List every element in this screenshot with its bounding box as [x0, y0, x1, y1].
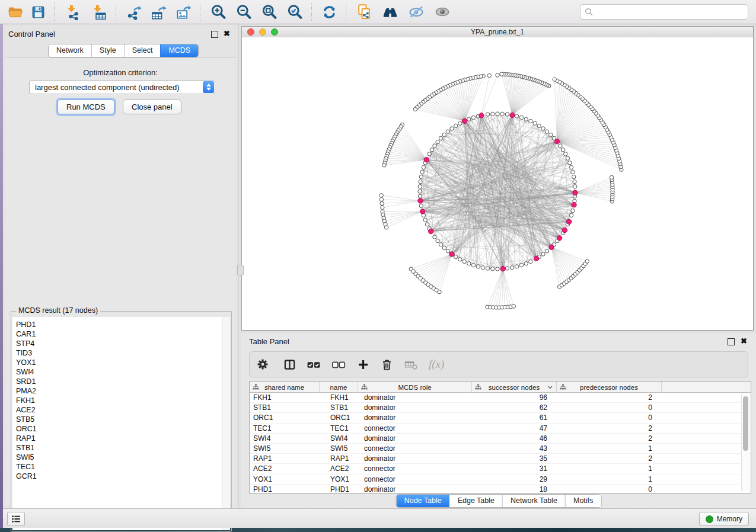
- table-cell-successors[interactable]: 62: [472, 403, 557, 412]
- preview-button[interactable]: [429, 1, 455, 23]
- table-row[interactable]: SWI5SWI5connector431: [250, 444, 751, 454]
- tab-edge-table[interactable]: Edge Table: [449, 495, 502, 507]
- graph-node[interactable]: [446, 130, 449, 133]
- graph-leaf-node[interactable]: [496, 73, 499, 77]
- graph-node[interactable]: [559, 144, 562, 148]
- show-columns-button[interactable]: [283, 358, 296, 371]
- graph-node[interactable]: [486, 113, 489, 116]
- graph-node[interactable]: [442, 133, 446, 136]
- tab-select[interactable]: Select: [124, 44, 161, 57]
- table-scrollbar[interactable]: [741, 394, 749, 491]
- graph-node[interactable]: [428, 152, 431, 156]
- zoom-fit-button[interactable]: [256, 1, 282, 23]
- table-cell-predecessors[interactable]: 0: [557, 403, 662, 412]
- table-cell-role[interactable]: connector: [358, 444, 472, 453]
- table-cell-name[interactable]: RAP1: [320, 454, 358, 463]
- graph-node[interactable]: [496, 112, 499, 116]
- graph-node[interactable]: [515, 114, 518, 118]
- search-network-button[interactable]: [377, 1, 403, 23]
- table-row[interactable]: YOX1YOX1connector291: [250, 475, 751, 485]
- table-cell-role[interactable]: dominator: [358, 454, 472, 463]
- export-table-button[interactable]: [146, 1, 171, 23]
- table-cell-name[interactable]: YOX1: [320, 475, 358, 484]
- import-network-button[interactable]: [59, 1, 85, 23]
- graph-node[interactable]: [423, 218, 427, 222]
- table-cell-name[interactable]: FKH1: [320, 393, 358, 402]
- table-cell-role[interactable]: dominator: [358, 434, 472, 443]
- table-cell-role[interactable]: dominator: [358, 393, 472, 402]
- graph-leaf-node[interactable]: [380, 201, 384, 205]
- graph-node[interactable]: [436, 140, 439, 143]
- table-row[interactable]: PHD1PHD1dominator180: [250, 485, 751, 493]
- table-cell-shared_name[interactable]: RAP1: [250, 454, 320, 463]
- table-cell-predecessors[interactable]: 1: [557, 475, 662, 484]
- graph-node[interactable]: [471, 263, 475, 267]
- mcds-result-item[interactable]: STP4: [12, 339, 230, 348]
- table-cell-role[interactable]: dominator: [358, 485, 472, 493]
- graph-node[interactable]: [436, 239, 439, 242]
- graph-node[interactable]: [529, 119, 532, 123]
- graph-node[interactable]: [533, 121, 537, 125]
- graph-leaf-node[interactable]: [382, 164, 386, 167]
- graph-node[interactable]: [454, 124, 458, 127]
- table-row[interactable]: STB1STB1dominator620: [250, 403, 751, 413]
- table-cell-successors[interactable]: 61: [472, 413, 557, 422]
- table-cell-predecessors[interactable]: 1: [557, 444, 662, 453]
- graph-node[interactable]: [569, 165, 573, 169]
- graph-node[interactable]: [566, 156, 569, 160]
- mcds-result-item[interactable]: CAR1: [12, 329, 230, 339]
- graph-node[interactable]: [446, 249, 449, 253]
- tab-node-table[interactable]: Node Table: [397, 495, 449, 507]
- graph-node[interactable]: [418, 194, 422, 198]
- zoom-selected-button[interactable]: [282, 1, 307, 23]
- graph-hub-node[interactable]: [562, 227, 567, 232]
- save-session-button[interactable]: [26, 1, 50, 23]
- table-settings-button[interactable]: [256, 358, 269, 371]
- table-cell-successors[interactable]: 18: [472, 485, 557, 493]
- graph-node[interactable]: [419, 204, 423, 207]
- task-history-button[interactable]: [7, 512, 25, 526]
- graph-node[interactable]: [505, 113, 509, 116]
- table-row[interactable]: SWI4SWI4dominator462: [250, 434, 751, 444]
- column-header-role[interactable]: MCDS role: [358, 382, 472, 393]
- table-cell-role[interactable]: connector: [358, 424, 472, 433]
- table-cell-name[interactable]: TEC1: [320, 424, 358, 433]
- export-image-button[interactable]: [171, 1, 196, 23]
- graph-hub-node[interactable]: [429, 229, 433, 233]
- function-builder-button[interactable]: f(x): [429, 358, 444, 371]
- table-cell-shared_name[interactable]: SWI4: [250, 434, 320, 443]
- toggle-hide-button[interactable]: [403, 1, 429, 23]
- table-row[interactable]: ORC1ORC1dominator610: [250, 413, 751, 423]
- table-cell-name[interactable]: ACE2: [320, 464, 358, 473]
- graph-node[interactable]: [541, 252, 545, 256]
- delete-table-button[interactable]: [404, 357, 419, 372]
- graph-hub-node[interactable]: [572, 203, 576, 207]
- graph-node[interactable]: [573, 180, 576, 183]
- graph-node[interactable]: [545, 249, 548, 253]
- delete-column-button[interactable]: [380, 358, 394, 371]
- tab-network-table[interactable]: Network Table: [502, 495, 565, 507]
- table-cell-predecessors[interactable]: 2: [557, 454, 662, 463]
- graph-node[interactable]: [476, 265, 480, 268]
- mcds-result-item[interactable]: GCR1: [12, 472, 230, 481]
- graph-node[interactable]: [505, 267, 509, 270]
- graph-hub-node[interactable]: [424, 158, 429, 162]
- graph-node[interactable]: [561, 148, 564, 152]
- graph-node[interactable]: [541, 127, 545, 130]
- table-cell-predecessors[interactable]: 2: [557, 393, 662, 402]
- table-cell-shared_name[interactable]: STB1: [250, 403, 320, 412]
- table-cell-name[interactable]: SWI4: [320, 434, 358, 443]
- mcds-result-item[interactable]: YOX1: [12, 358, 230, 367]
- graph-node[interactable]: [471, 116, 475, 119]
- graph-node[interactable]: [442, 246, 446, 249]
- network-canvas[interactable]: [242, 37, 753, 330]
- table-cell-shared_name[interactable]: SWI5: [250, 444, 320, 453]
- mcds-result-item[interactable]: SWI4: [12, 367, 230, 377]
- graph-node[interactable]: [571, 209, 575, 212]
- optimization-criterion-select[interactable]: largest connected component (undirected): [29, 80, 215, 94]
- graph-node[interactable]: [430, 148, 433, 152]
- graph-leaf-node[interactable]: [379, 198, 383, 201]
- table-cell-successors[interactable]: 46: [472, 434, 557, 443]
- column-header-shared_name[interactable]: shared name: [250, 382, 320, 393]
- table-cell-successors[interactable]: 35: [472, 454, 557, 463]
